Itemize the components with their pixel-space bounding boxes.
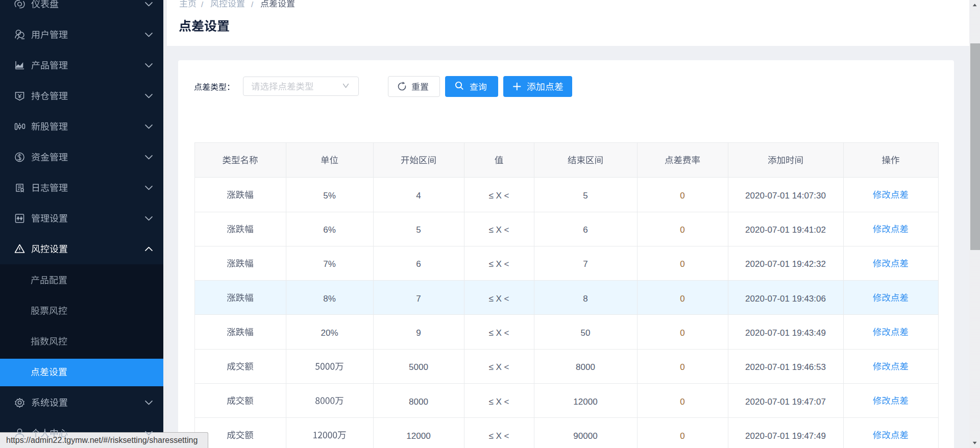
- svg-text:/: /: [201, 0, 204, 9]
- svg-text:/: /: [251, 0, 254, 9]
